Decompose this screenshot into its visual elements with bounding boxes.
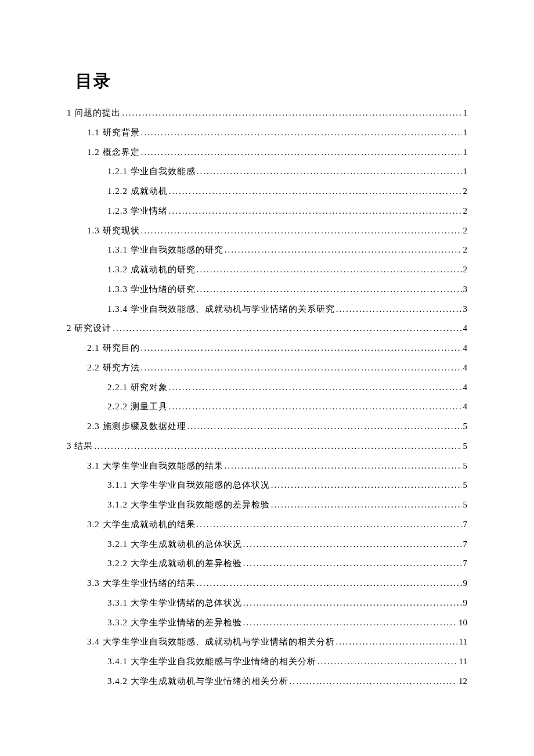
toc-entry-number: 3.4 — [87, 637, 100, 646]
toc-entry: 2 研究设计..................................… — [67, 319, 467, 339]
toc-entry-page: 9 — [463, 574, 468, 593]
toc-leader-dots: ........................................… — [187, 417, 462, 437]
toc-entry-number: 3.2 — [87, 520, 100, 529]
toc-entry: 1.1 研究背景................................… — [87, 123, 467, 143]
toc-entry-page: 1 — [463, 143, 468, 163]
toc-entry-text: 3.1.2 大学生学业自我效能感的差异检验 — [107, 495, 270, 515]
toc-entry-page: 1 — [463, 103, 468, 123]
toc-entry: 3.2.2 大学生成就动机的差异检验......................… — [107, 554, 467, 574]
toc-entry: 1.3.3 学业情绪的研究...........................… — [107, 280, 467, 300]
toc-leader-dots: ........................................… — [141, 123, 462, 143]
toc-entry-number: 3 — [67, 441, 72, 451]
toc-entry-text: 3.4.1 大学生学业自我效能感与学业情绪的相关分析 — [107, 652, 316, 672]
toc-entry: 3.3.1 大学生学业情绪的总体状况......................… — [107, 593, 467, 613]
toc-leader-dots: ........................................… — [122, 103, 461, 123]
toc-entry-page: 2 — [463, 240, 468, 260]
toc-entry: 1.2.2 成就动机..............................… — [107, 182, 467, 201]
toc-entry-page: 7 — [463, 515, 468, 535]
toc-leader-dots: ........................................… — [169, 182, 462, 201]
toc-entry: 3.2 大学生成就动机的结果..........................… — [87, 515, 467, 535]
toc-entry-number: 3.3 — [87, 578, 100, 588]
toc-entry-text: 3.2.2 大学生成就动机的差异检验 — [107, 554, 242, 574]
toc-entry-number: 2.2.2 — [107, 402, 128, 411]
toc-entry: 3.3 大学生学业情绪的结果..........................… — [87, 574, 467, 593]
toc-entry-text: 1.3.3 学业情绪的研究 — [107, 280, 196, 300]
toc-entry-text: 2.2 研究方法 — [87, 358, 140, 378]
toc-entry-text: 1.3.2 成就动机的研究 — [107, 260, 196, 280]
toc-entry-text: 3.3 大学生学业情绪的结果 — [87, 574, 196, 593]
toc-entry-text: 1.3.1 学业自我效能感的研究 — [107, 240, 223, 260]
toc-entry-text: 1.3 研究现状 — [87, 221, 140, 241]
toc-leader-dots: ........................................… — [141, 221, 462, 241]
toc-entry-page: 1 — [463, 162, 468, 182]
toc-entry-text: 3.2.1 大学生成就动机的总体状况 — [107, 535, 242, 555]
toc-entry-number: 3.1 — [87, 461, 100, 470]
toc-entry-text: 1.2 概念界定 — [87, 143, 140, 163]
toc-leader-dots: ........................................… — [243, 613, 457, 633]
toc-leader-dots: ........................................… — [290, 672, 457, 692]
toc-leader-dots: ........................................… — [141, 143, 462, 163]
toc-entry-text: 2.2.1 研究对象 — [107, 378, 168, 398]
toc-entry-text: 3.1 大学生学业自我效能感的结果 — [87, 456, 223, 476]
toc-entry-number: 3.2.1 — [107, 539, 128, 549]
toc-entry-number: 2.2 — [87, 363, 100, 372]
toc-leader-dots: ........................................… — [317, 652, 458, 672]
toc-leader-dots: ........................................… — [225, 240, 462, 260]
toc-leader-dots: ........................................… — [243, 593, 462, 613]
toc-entry-page: 5 — [463, 417, 468, 437]
toc-entry-page: 5 — [463, 495, 468, 515]
toc-entry-page: 1 — [463, 123, 468, 143]
toc-entry-text: 3 结果 — [67, 437, 93, 456]
toc-entry: 3 结果....................................… — [67, 437, 467, 456]
toc-entry: 1.3.4 学业自我效能感、成就动机与学业情绪的关系研究............… — [107, 300, 467, 319]
toc-entry: 3.3.2 大学生学业情绪的差异检验......................… — [107, 613, 467, 633]
toc-entry-text: 1.2.1 学业自我效能感 — [107, 162, 196, 182]
toc-entry-page: 5 — [463, 437, 468, 456]
toc-entry-page: 12 — [459, 672, 467, 692]
toc-leader-dots: ........................................… — [141, 339, 462, 358]
toc-leader-dots: ........................................… — [169, 378, 462, 398]
toc-leader-dots: ........................................… — [197, 260, 462, 280]
toc-entry-page: 4 — [463, 378, 468, 398]
toc-entry-number: 1.2.1 — [107, 167, 128, 176]
toc-entry-number: 1 — [67, 108, 72, 117]
toc-entry-page: 7 — [463, 535, 468, 555]
toc-entry-page: 5 — [463, 476, 468, 495]
toc-entry-page: 2 — [463, 221, 468, 241]
toc-leader-dots: ........................................… — [197, 162, 462, 182]
toc-entry-number: 3.3.1 — [107, 598, 128, 607]
toc-leader-dots: ........................................… — [243, 554, 462, 574]
toc-entry: 3.1 大学生学业自我效能感的结果.......................… — [87, 456, 467, 476]
toc-leader-dots: ........................................… — [141, 358, 462, 378]
toc-leader-dots: ........................................… — [225, 456, 462, 476]
toc-entry-number: 2.1 — [87, 343, 100, 352]
toc-entry-page: 2 — [463, 182, 468, 201]
toc-entry-number: 2.3 — [87, 422, 100, 431]
toc-entry-text: 3.1.1 大学生学业自我效能感的总体状况 — [107, 476, 270, 495]
toc-entry-number: 3.2.2 — [107, 559, 128, 568]
toc-entry-page: 4 — [463, 397, 468, 417]
toc-entry-text: 2.2.2 测量工具 — [107, 397, 168, 417]
toc-entry: 2.1 研究目的................................… — [87, 339, 467, 358]
toc-container: 1 问题的提出.................................… — [67, 103, 467, 692]
toc-entry: 1.2 概念界定................................… — [87, 143, 467, 163]
toc-leader-dots: ........................................… — [197, 515, 462, 535]
toc-entry-page: 4 — [463, 339, 468, 358]
toc-entry-text: 3.3.2 大学生学业情绪的差异检验 — [107, 613, 242, 633]
toc-entry-page: 4 — [463, 319, 468, 339]
toc-entry-text: 1.2.2 成就动机 — [107, 182, 168, 201]
toc-entry: 3.4.2 大学生成就动机与学业情绪的相关分析.................… — [107, 672, 467, 692]
toc-entry-number: 3.4.1 — [107, 657, 128, 666]
toc-entry: 3.1.1 大学生学业自我效能感的总体状况...................… — [107, 476, 467, 495]
toc-entry-text: 3.4 大学生学业自我效能感、成就动机与学业情绪的相关分析 — [87, 632, 335, 652]
toc-entry: 1.2.1 学业自我效能感...........................… — [107, 162, 467, 182]
toc-entry-number: 3.3.2 — [107, 618, 128, 627]
toc-entry: 1.3 研究现状................................… — [87, 221, 467, 241]
toc-leader-dots: ........................................… — [271, 495, 462, 515]
toc-entry-page: 10 — [459, 613, 467, 633]
toc-entry-number: 3.1.2 — [107, 500, 128, 509]
toc-entry: 1.3.1 学业自我效能感的研究........................… — [107, 240, 467, 260]
toc-leader-dots: ........................................… — [243, 535, 462, 555]
toc-entry-number: 2.2.1 — [107, 383, 128, 392]
toc-entry-page: 11 — [459, 632, 467, 652]
